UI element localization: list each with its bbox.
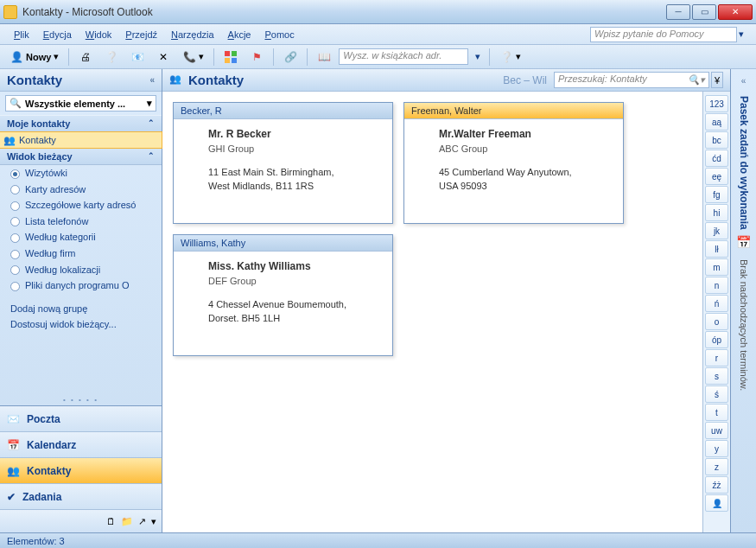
view-option[interactable]: Lista telefonów [0,213,162,230]
alpha-button[interactable]: lł [705,240,728,258]
instant-search-input[interactable]: Przeszukaj: Kontakty 🔍▾ [554,72,709,88]
menu-edycja[interactable]: Edycja [36,27,79,42]
menu-narzędzia[interactable]: Narzędzia [164,27,221,42]
nav-zadania[interactable]: ✔Zadania [0,484,162,510]
menu-pomoc[interactable]: Pomoc [257,27,301,42]
view-option[interactable]: Szczegółowe karty adresó [0,197,162,213]
contact-card[interactable]: Becker, RMr. R BeckerGHI Group11 East Ma… [173,102,393,224]
search-options-dropdown[interactable]: ¥ [711,72,723,88]
alpha-button[interactable]: o [705,313,728,330]
view-option[interactable]: Pliki danych programu O [0,277,162,294]
todo-bar-title: Pasek zadań do wykonania [738,96,750,230]
section-my-contacts[interactable]: Moje kontakty ⌃ [0,115,162,132]
addressbook-button[interactable]: 📖 [313,48,335,67]
dial-button[interactable]: 📞▾ [178,48,208,67]
help-button[interactable]: ❔ [100,48,123,67]
calendar-icon: 📅 [736,235,751,249]
alpha-button[interactable]: fg [705,186,728,203]
minimize-button[interactable]: ─ [666,4,690,20]
alpha-button[interactable]: m [705,258,728,276]
categories-button[interactable] [219,48,242,67]
send-receive-button[interactable]: 📧 [126,48,149,67]
addressbook-search-input[interactable]: Wysz. w książkach adr. [339,48,468,65]
card-body: Mr.Walter FreemanABC Group45 Cumberland … [404,119,623,223]
contacts-folder-icon: 👥 [3,135,16,147]
alpha-index: 123aąbcćdeęfghijklłmnńoóprsśtuwyzźż👤 [702,92,730,532]
contact-company: ABC Group [439,142,613,156]
alpha-button[interactable]: ćd [705,150,728,167]
contact-company: GHI Group [208,142,382,156]
flag-button[interactable]: ⚑ [245,48,268,67]
alpha-button[interactable]: óp [705,331,728,348]
alpha-button[interactable]: s [705,367,728,385]
alpha-button[interactable]: t [705,404,728,421]
alpha-button[interactable]: bc [705,131,728,149]
close-button[interactable]: ✕ [718,4,753,20]
alpha-button[interactable]: n [705,277,728,294]
nav-shortcut-bar: 🗒 📁 ↗ ▾ [0,510,162,532]
sendlink-button[interactable]: 🔗 [279,48,302,67]
alpha-contacts-icon[interactable]: 👤 [705,494,728,512]
alpha-button[interactable]: y [705,440,728,457]
alpha-button[interactable]: eę [705,168,728,185]
alpha-button[interactable]: z [705,458,728,475]
svg-rect-3 [232,58,237,63]
send-icon: 📧 [130,50,144,64]
nav-kontakty[interactable]: 👥Kontakty [0,458,162,484]
menu-widok[interactable]: Widok [79,27,119,42]
alpha-button[interactable]: uw [705,422,728,439]
customize-view-link[interactable]: Dostosuj widok bieżący... [0,316,162,332]
help-search-input[interactable]: Wpisz pytanie do Pomocy [590,27,737,42]
section-current-view[interactable]: Widok bieżący ⌃ [0,148,162,165]
contact-card[interactable]: Freeman, WalterMr.Walter FreemanABC Grou… [403,102,624,224]
view-option[interactable]: Według lokalizacji [0,262,162,278]
contact-card[interactable]: Williams, KathyMiss. Kathy WilliamsDEF G… [173,234,393,356]
new-contact-icon: 👤 [10,50,23,64]
expand-todo-icon[interactable]: « [738,73,750,89]
alpha-button[interactable]: jk [705,222,728,239]
shortcuts-icon[interactable]: ↗ [138,516,146,527]
view-option[interactable]: Karty adresów [0,182,162,198]
new-button[interactable]: 👤 Nowy ▾ [5,48,63,67]
alpha-button[interactable]: ń [705,295,728,312]
help-icon: ❔ [499,50,513,64]
book-icon: 📖 [317,50,331,64]
view-option[interactable]: Według kategorii [0,229,162,245]
card-header: Williams, Kathy [174,235,392,252]
maximize-button[interactable]: ▭ [692,4,716,20]
todo-bar-note: Brak nadchodzących terminów. [739,259,749,391]
notes-icon[interactable]: 🗒 [106,516,116,526]
alpha-button[interactable]: źż [705,476,728,494]
alpha-button[interactable]: r [705,349,728,366]
help-dropdown-icon[interactable]: ▾ [737,29,749,40]
alpha-button[interactable]: 123 [705,95,728,112]
print-button[interactable]: 🖨 [74,48,97,67]
svg-rect-2 [225,58,230,63]
folder-icon[interactable]: 📁 [121,516,133,527]
view-option[interactable]: Wizytówki [0,165,162,182]
alpha-button[interactable]: ś [705,386,728,403]
menu-akcje[interactable]: Akcje [221,27,258,42]
nav-poczta[interactable]: ✉️Poczta [0,406,162,432]
contacts-icon: 👥 [169,73,183,87]
alpha-button[interactable]: hi [705,204,728,221]
nav-kalendarz[interactable]: 📅Kalendarz [0,432,162,458]
view-option[interactable]: Według firm [0,245,162,262]
menu-plik[interactable]: Plik [7,27,36,42]
radio-icon [10,282,20,291]
folder-kontakty[interactable]: 👥 Kontakty [0,131,162,149]
dropdown-icon[interactable]: ▾ [472,51,484,62]
link-icon: 🔗 [283,50,297,64]
alpha-range: Bec – Wil [503,74,547,86]
menu-przejdź[interactable]: Przejdź [118,27,164,42]
collapse-nav-icon[interactable]: « [149,75,155,85]
help2-button[interactable]: ❔▾ [495,48,525,67]
splitter-grip[interactable]: • • • • • [0,394,162,405]
folder-scope-dropdown[interactable]: 🔍 Wszystkie elementy ... ▾ [5,95,156,112]
configure-buttons-icon[interactable]: ▾ [151,516,156,527]
alpha-button[interactable]: aą [705,113,728,131]
delete-button[interactable]: ✕ [152,48,175,67]
add-group-link[interactable]: Dodaj nową grupę [0,301,162,316]
radio-icon [10,169,20,179]
help-icon: ❔ [105,50,118,64]
